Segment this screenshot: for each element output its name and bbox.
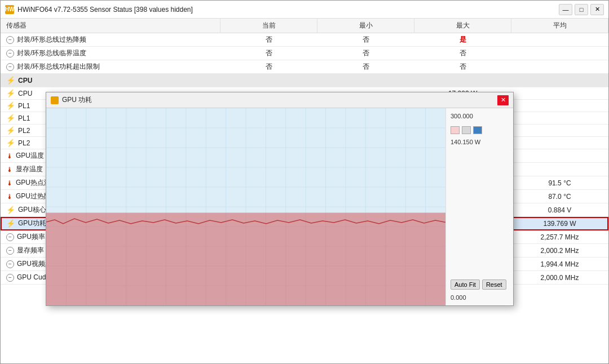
modal-title-bar: GPU 功耗 ✕ xyxy=(46,92,513,108)
modal-icon xyxy=(51,96,59,104)
avg-value xyxy=(511,125,608,137)
avg-value: 91.5 °C xyxy=(511,176,608,190)
avg-value xyxy=(511,47,608,60)
avg-value: 2,000.2 MHz xyxy=(511,244,608,258)
chart-sidebar: 300.000 140.150 W Auto Fit Reset 0.000 xyxy=(445,108,513,305)
sensor-name: GPU温度 xyxy=(16,151,44,161)
color-box-3[interactable] xyxy=(473,126,482,134)
modal-body: 300.000 140.150 W Auto Fit Reset 0.000 xyxy=(46,108,513,305)
chart-svg xyxy=(46,108,445,305)
col-max: 最大 xyxy=(414,19,511,33)
min-value: 否 xyxy=(317,33,414,47)
sensor-name: 封装/环形总线过热降频 xyxy=(17,35,86,45)
current-value: 否 xyxy=(220,33,317,47)
table-row[interactable]: −封装/环形总线功耗超出限制否否否 xyxy=(1,60,608,74)
bolt-icon: ⚡ xyxy=(6,126,15,135)
table-row[interactable]: −封装/环形总线过热降频否否是 xyxy=(1,33,608,47)
max-value: 否 xyxy=(414,60,511,74)
bolt-icon: ⚡ xyxy=(6,206,15,214)
chart-y-max: 300.000 xyxy=(451,113,509,119)
thermometer-icon: 🌡 xyxy=(6,179,13,187)
bolt-icon: ⚡ xyxy=(6,114,15,122)
bolt-icon: ⚡ xyxy=(6,139,15,147)
sensor-name: GPU频率 xyxy=(17,232,45,242)
window-controls: — □ ✕ xyxy=(559,4,604,15)
thermometer-icon: 🌡 xyxy=(6,193,13,201)
col-min: 最小 xyxy=(317,19,414,33)
chart-area xyxy=(46,108,445,305)
avg-value xyxy=(511,112,608,125)
table-row[interactable]: −封装/环形总线临界温度否否否 xyxy=(1,47,608,60)
bolt-icon: ⚡ xyxy=(6,89,15,97)
app-icon: HW xyxy=(5,5,14,14)
max-value: 是 xyxy=(414,33,511,47)
chart-y-mid: 140.150 W xyxy=(451,139,509,145)
col-avg: 平均 xyxy=(511,19,608,33)
avg-value: 139.769 W xyxy=(511,217,608,230)
col-current: 当前 xyxy=(220,19,317,33)
sensor-name: PL2 xyxy=(18,127,30,135)
color-boxes xyxy=(451,126,509,134)
avg-value xyxy=(511,137,608,149)
window-title: HWiNFO64 v7.72-5355 Sensor Status [398 v… xyxy=(17,6,555,14)
maximize-button[interactable]: □ xyxy=(575,4,588,15)
modal-close-button[interactable]: ✕ xyxy=(497,95,509,105)
sensor-name: PL2 xyxy=(18,139,30,147)
avg-value xyxy=(511,87,608,100)
sensor-name: 显存温度 xyxy=(16,165,43,174)
sensor-name: GPU功耗 xyxy=(18,219,46,228)
sensor-name: 封装/环形总线功耗超出限制 xyxy=(17,62,100,72)
avg-value: 2,000.0 MHz xyxy=(511,271,608,285)
table-row[interactable]: ⚡CPU xyxy=(1,74,608,87)
sensor-name: 显存频率 xyxy=(17,246,44,255)
avg-value: 87.0 °C xyxy=(511,190,608,203)
sensor-label: −封装/环形总线功耗超出限制 xyxy=(1,60,220,74)
avg-value: 0.884 V xyxy=(511,203,608,217)
sensor-name: CPU xyxy=(18,90,32,97)
bolt-icon: ⚡ xyxy=(6,101,15,110)
min-value: 否 xyxy=(317,60,414,74)
avg-value: 2,257.7 MHz xyxy=(511,230,608,244)
svg-rect-29 xyxy=(46,213,445,306)
avg-value xyxy=(511,33,608,47)
sensor-name: PL1 xyxy=(18,102,30,110)
reset-button[interactable]: Reset xyxy=(482,279,506,290)
min-value: 否 xyxy=(317,47,414,60)
gpu-power-chart-modal: GPU 功耗 ✕ xyxy=(46,92,514,306)
auto-fit-button[interactable]: Auto Fit xyxy=(451,279,480,290)
sensor-label: −封装/环形总线过热降频 xyxy=(1,33,220,47)
avg-value xyxy=(511,100,608,112)
bolt-icon: ⚡ xyxy=(6,76,15,85)
section-label: CPU xyxy=(18,77,32,85)
sensor-table-area: 传感器 当前 最小 最大 平均 −封装/环形总线过热降频否否是−封装/环形总线临… xyxy=(1,19,608,363)
main-window: HW HWiNFO64 v7.72-5355 Sensor Status [39… xyxy=(0,0,609,364)
sensor-name: PL1 xyxy=(18,114,30,122)
avg-value xyxy=(511,163,608,176)
current-value: 否 xyxy=(220,47,317,60)
avg-value xyxy=(511,149,608,163)
col-sensor: 传感器 xyxy=(1,19,220,33)
minimize-button[interactable]: — xyxy=(559,4,572,15)
color-box-1[interactable] xyxy=(451,126,460,134)
bolt-icon: ⚡ xyxy=(6,219,15,228)
thermometer-icon: 🌡 xyxy=(6,166,13,174)
modal-title: GPU 功耗 xyxy=(62,95,494,105)
close-button[interactable]: ✕ xyxy=(590,4,604,15)
chart-y-min: 0.000 xyxy=(451,294,509,301)
color-box-2[interactable] xyxy=(462,126,471,134)
chart-control-buttons: Auto Fit Reset xyxy=(451,279,509,290)
thermometer-icon: 🌡 xyxy=(6,152,13,160)
max-value: 否 xyxy=(414,47,511,60)
avg-value: 1,994.4 MHz xyxy=(511,258,608,271)
sensor-name: 封装/环形总线临界温度 xyxy=(17,48,86,58)
current-value: 否 xyxy=(220,60,317,74)
avg-value xyxy=(511,60,608,74)
sensor-label: −封装/环形总线临界温度 xyxy=(1,47,220,60)
title-bar: HW HWiNFO64 v7.72-5355 Sensor Status [39… xyxy=(1,1,608,19)
